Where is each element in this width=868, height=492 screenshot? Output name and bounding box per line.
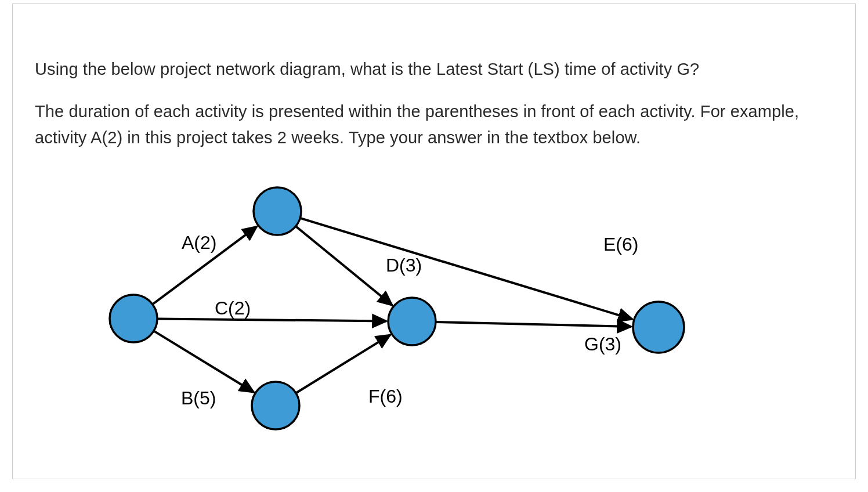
edge-label-A: A(2) [182,232,216,253]
edge-E [300,218,632,319]
question-body: Using the below project network diagram,… [13,4,855,466]
question-frame: Using the below project network diagram,… [12,3,856,479]
edge-label-D: D(3) [386,255,422,276]
edge-label-C: C(2) [215,298,251,319]
node-n3 [252,382,299,429]
question-paragraph-2: The duration of each activity is present… [35,99,832,151]
edge-label-E: E(6) [603,234,638,255]
edge-label-B: B(5) [181,388,216,408]
node-n1 [110,295,157,342]
question-paragraph-1: Using the below project network diagram,… [35,56,832,82]
edge-C [157,319,386,321]
network-diagram: A(2)B(5)C(2)D(3)E(6)F(6)G(3) [35,171,719,443]
network-diagram-container: A(2)B(5)C(2)D(3)E(6)F(6)G(3) [35,171,832,443]
edge-B [154,331,254,392]
edge-D [296,226,392,305]
node-n4 [388,298,436,345]
edge-label-G: G(3) [584,334,621,354]
node-n2 [254,187,301,235]
edge-G [436,322,631,327]
edge-F [296,335,390,393]
edge-label-F: F(6) [368,386,403,407]
node-n5 [633,302,684,353]
